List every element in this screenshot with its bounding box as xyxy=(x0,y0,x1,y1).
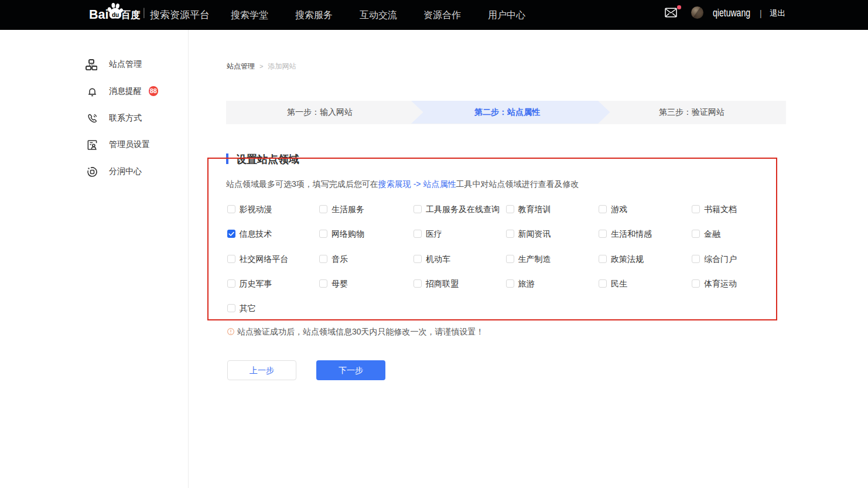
svg-text:du: du xyxy=(112,12,119,18)
svg-text:Bai: Bai xyxy=(89,8,108,22)
svg-text:百度: 百度 xyxy=(121,9,141,20)
